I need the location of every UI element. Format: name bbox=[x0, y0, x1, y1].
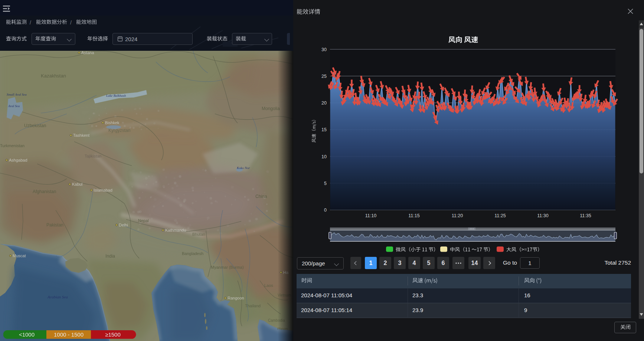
svg-text:5: 5 bbox=[324, 181, 327, 186]
svg-text:20: 20 bbox=[321, 100, 327, 106]
svg-text:11:15: 11:15 bbox=[408, 213, 419, 218]
svg-text:0: 0 bbox=[324, 208, 327, 213]
svg-text:11:20: 11:20 bbox=[452, 213, 463, 218]
svg-text:<1000: <1000 bbox=[19, 331, 35, 338]
svg-text:1000 - 1500: 1000 - 1500 bbox=[54, 331, 84, 338]
svg-text:11:35: 11:35 bbox=[580, 213, 591, 218]
svg-text:30: 30 bbox=[321, 47, 327, 52]
svg-text:10: 10 bbox=[321, 154, 327, 159]
svg-text:11:25: 11:25 bbox=[494, 213, 506, 218]
svg-text:11:10: 11:10 bbox=[365, 213, 376, 218]
svg-text:≥1500: ≥1500 bbox=[105, 331, 121, 338]
svg-text:15: 15 bbox=[321, 127, 327, 132]
svg-text:11:30: 11:30 bbox=[537, 213, 548, 218]
svg-text:25: 25 bbox=[321, 74, 327, 79]
